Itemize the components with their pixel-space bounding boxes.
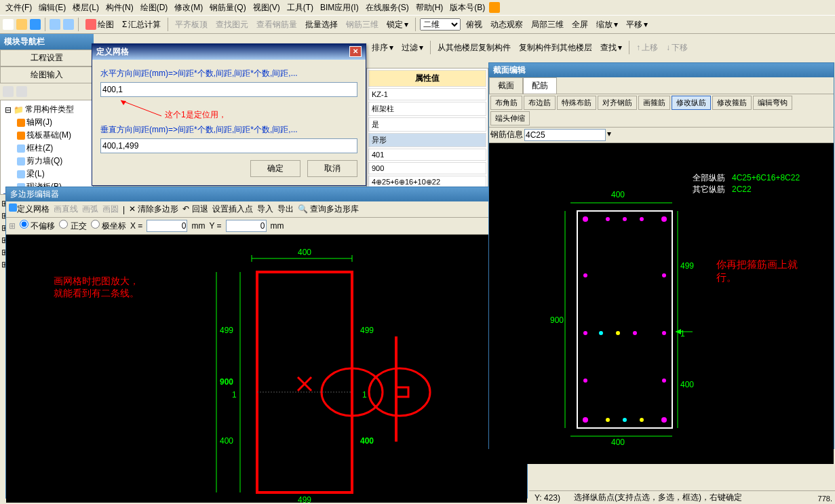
- menu-bim[interactable]: BIM应用(I): [317, 1, 362, 15]
- tree-raft[interactable]: 筏板基础(M): [3, 129, 90, 142]
- prop-row[interactable]: 900: [368, 162, 486, 174]
- sum-btn[interactable]: Σ 汇总计算: [119, 18, 163, 32]
- component-tree: ⊟ 📁 常用构件类型 轴网(J) 筏板基础(M) 框柱(Z) 剪力墙(Q) 梁(…: [0, 100, 94, 195]
- sort-btn[interactable]: 排序 ▾: [369, 41, 396, 55]
- line-btn[interactable]: 画直线: [54, 203, 78, 215]
- find2-btn[interactable]: 查找 ▾: [598, 41, 625, 55]
- menu-version[interactable]: 版本号(B): [447, 1, 488, 15]
- align-btn[interactable]: 对齐钢筋: [598, 96, 637, 110]
- view2d-select[interactable]: 二维: [420, 18, 461, 31]
- menu-help[interactable]: 帮助(H): [413, 1, 446, 15]
- new-icon[interactable]: [3, 19, 14, 30]
- close-icon[interactable]: ✕: [349, 46, 362, 57]
- copy-to-btn[interactable]: 复制构件到其他楼层: [516, 41, 595, 55]
- arc-btn[interactable]: 画弧: [82, 203, 98, 215]
- prop-row[interactable]: 异形: [368, 133, 486, 147]
- import-btn[interactable]: 导入: [257, 203, 273, 215]
- svg-point-46: [599, 331, 603, 335]
- tree-root[interactable]: ⊟ 📁 常用构件类型: [3, 103, 90, 116]
- menu-draw[interactable]: 绘图(D): [138, 1, 171, 15]
- prop-row[interactable]: KZ-1: [368, 88, 486, 100]
- edge-btn[interactable]: 布边筋: [524, 96, 556, 110]
- rebar-input[interactable]: [524, 129, 606, 141]
- top-btn[interactable]: 俯视: [463, 18, 485, 32]
- ortho-radio[interactable]: 正交: [59, 220, 86, 232]
- prop-row[interactable]: 是: [368, 117, 486, 132]
- stirrup-btn[interactable]: 画箍筋: [638, 96, 670, 110]
- cancel-button[interactable]: 取消: [307, 160, 357, 177]
- dialog-titlebar[interactable]: 定义网格 ✕: [92, 44, 366, 60]
- lock-btn[interactable]: 锁定 ▾: [384, 18, 411, 32]
- grid-icon: [17, 119, 25, 127]
- x-input[interactable]: [147, 220, 187, 232]
- menu-rebar[interactable]: 钢筋量(Q): [207, 1, 248, 15]
- svg-rect-16: [257, 272, 352, 492]
- tab-rebar[interactable]: 配筋: [523, 77, 557, 94]
- corner-btn[interactable]: 布角筋: [490, 96, 522, 110]
- tab-section[interactable]: 截面: [489, 77, 523, 94]
- menu-floor[interactable]: 楼层(L): [70, 1, 102, 15]
- secedit-title[interactable]: 截面编辑: [489, 63, 834, 77]
- save-icon[interactable]: [30, 19, 41, 30]
- filter-btn[interactable]: 过滤 ▾: [399, 41, 426, 55]
- prop-row[interactable]: 框架柱: [368, 102, 486, 116]
- undo-icon[interactable]: [50, 19, 60, 30]
- polyedit-titlebar[interactable]: 多边形编辑器 ✕: [6, 187, 527, 201]
- open-icon[interactable]: [16, 19, 27, 30]
- pan-btn[interactable]: 平移 ▾: [623, 18, 650, 32]
- sub-draw[interactable]: 绘图输入: [0, 66, 94, 83]
- draw-btn[interactable]: 绘图: [83, 18, 117, 32]
- batch-btn[interactable]: 批量选择: [303, 18, 341, 32]
- tree-wall[interactable]: 剪力墙(Q): [3, 155, 90, 168]
- local3d-btn[interactable]: 局部三维: [528, 18, 566, 32]
- extend-btn[interactable]: 端头伸缩: [490, 111, 530, 125]
- zoom-btn[interactable]: 缩放 ▾: [594, 18, 621, 32]
- rebar3d-btn[interactable]: 钢筋三维: [343, 18, 381, 32]
- menu-tools[interactable]: 工具(T): [284, 1, 316, 15]
- export-btn[interactable]: 导出: [277, 203, 294, 215]
- redo-icon[interactable]: [63, 19, 74, 30]
- down-btn[interactable]: ↓ 下移: [663, 41, 691, 55]
- polyedit-canvas[interactable]: 画网格时把图放大， 就能看到有二条线。 400 499 900 1 400 49…: [6, 235, 527, 503]
- ok-button[interactable]: 确定: [250, 160, 300, 177]
- menu-component[interactable]: 构件(N): [103, 1, 136, 15]
- tree-column[interactable]: 框柱(Z): [3, 142, 90, 155]
- no-offset-radio[interactable]: 不偏移: [20, 220, 55, 232]
- menu-file[interactable]: 文件(F): [3, 1, 35, 15]
- hook-btn[interactable]: 编辑弯钩: [753, 96, 792, 110]
- up-btn[interactable]: ↑ 上移: [634, 41, 661, 55]
- expand-icon[interactable]: [3, 86, 14, 97]
- svg-point-42: [661, 216, 667, 222]
- clear-btn[interactable]: ✕ 清除多边形: [129, 203, 178, 215]
- prop-row[interactable]: 401: [368, 149, 486, 161]
- sub-project[interactable]: 工程设置: [0, 50, 94, 66]
- svg-point-38: [583, 216, 588, 222]
- h-spacing-input[interactable]: [100, 82, 357, 97]
- mod-long-btn[interactable]: 修改纵筋: [672, 96, 711, 110]
- section-canvas[interactable]: 全部纵筋 4C25+6C16+8C22 其它纵筋 2C22 400 900 49…: [489, 143, 834, 464]
- special-btn[interactable]: 特殊布筋: [557, 96, 596, 110]
- grid-icon: [9, 203, 17, 212]
- dyn-btn[interactable]: 动态观察: [488, 18, 526, 32]
- y-input[interactable]: [226, 220, 267, 232]
- circle-btn[interactable]: 画圆: [102, 203, 119, 215]
- insert-pt-btn[interactable]: 设置插入点: [212, 203, 253, 215]
- v-spacing-input[interactable]: [100, 138, 357, 153]
- view-rebar-btn[interactable]: 查看钢筋量: [254, 18, 300, 32]
- copy-from-btn[interactable]: 从其他楼层复制构件: [435, 41, 513, 55]
- tree-axis[interactable]: 轴网(J): [3, 116, 90, 129]
- polar-radio[interactable]: 极坐标: [91, 220, 126, 232]
- level-btn[interactable]: 平齐板顶: [172, 18, 210, 32]
- back-btn[interactable]: ↶ 回退: [182, 203, 208, 215]
- collapse-icon[interactable]: [16, 86, 27, 97]
- menu-view[interactable]: 视图(V): [250, 1, 283, 15]
- menu-online[interactable]: 在线服务(S): [363, 1, 412, 15]
- tree-beam[interactable]: 梁(L): [3, 168, 90, 180]
- full-btn[interactable]: 全屏: [569, 18, 591, 32]
- menu-modify[interactable]: 修改(M): [172, 1, 206, 15]
- find-btn[interactable]: 查找图元: [213, 18, 251, 32]
- mod-stirrup-btn[interactable]: 修改箍筋: [712, 96, 752, 110]
- menu-edit[interactable]: 编辑(E): [36, 1, 69, 15]
- define-grid-btn[interactable]: 定义网格: [9, 203, 50, 215]
- query-btn[interactable]: 🔍 查询多边形库: [298, 203, 359, 215]
